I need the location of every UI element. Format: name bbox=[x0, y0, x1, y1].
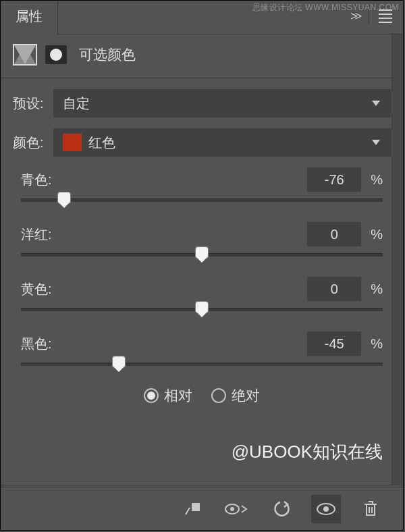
clip-icon[interactable] bbox=[178, 495, 207, 523]
radio-button bbox=[144, 388, 159, 403]
scrollbar[interactable] bbox=[392, 34, 402, 485]
svg-point-3 bbox=[323, 506, 329, 512]
preset-dropdown[interactable]: 自定 bbox=[53, 89, 391, 117]
radio-label: 绝对 bbox=[232, 386, 260, 405]
mask-icon[interactable] bbox=[45, 45, 67, 64]
watermark: 思缘设计论坛 WWW.MISSYUAN.COM bbox=[252, 2, 400, 14]
unit: % bbox=[371, 172, 383, 188]
yellow-thumb[interactable] bbox=[195, 301, 209, 313]
black-thumb[interactable] bbox=[112, 356, 126, 368]
color-value: 红色 bbox=[88, 134, 115, 152]
slider-yellow: 黄色: % bbox=[13, 277, 391, 311]
radio-button bbox=[211, 388, 226, 403]
visibility-icon[interactable] bbox=[311, 495, 341, 523]
magenta-input[interactable] bbox=[307, 222, 361, 246]
color-label: 颜色: bbox=[13, 134, 53, 152]
slider-magenta: 洋红: % bbox=[13, 222, 391, 257]
unit: % bbox=[371, 336, 383, 352]
svg-point-1 bbox=[230, 507, 234, 511]
unit: % bbox=[371, 227, 383, 242]
method-radio-group: 相对 绝对 bbox=[13, 386, 391, 405]
preset-value: 自定 bbox=[63, 95, 90, 113]
magenta-track[interactable] bbox=[21, 253, 383, 257]
cyan-input[interactable] bbox=[307, 167, 361, 192]
trash-icon[interactable] bbox=[356, 495, 385, 523]
magenta-thumb[interactable] bbox=[195, 246, 209, 259]
magenta-label: 洋红: bbox=[21, 225, 52, 244]
cyan-thumb[interactable] bbox=[57, 192, 71, 204]
black-input[interactable] bbox=[307, 331, 361, 356]
unit: % bbox=[371, 282, 383, 297]
credit-text: @UBOOK知识在线 bbox=[232, 440, 383, 464]
preset-label: 预设: bbox=[13, 95, 53, 113]
divider bbox=[1, 485, 403, 485]
radio-relative[interactable]: 相对 bbox=[144, 386, 192, 405]
radio-absolute[interactable]: 绝对 bbox=[211, 386, 260, 405]
color-swatch bbox=[63, 134, 82, 151]
slider-cyan: 青色: % bbox=[13, 167, 391, 202]
yellow-input[interactable] bbox=[307, 277, 361, 301]
adjustment-icon[interactable] bbox=[13, 44, 37, 65]
tab-properties[interactable]: 属性 bbox=[1, 1, 58, 35]
black-label: 黑色: bbox=[21, 335, 52, 353]
yellow-track[interactable] bbox=[21, 308, 383, 311]
panel-footer bbox=[1, 487, 403, 530]
slider-black: 黑色: % bbox=[13, 331, 391, 366]
radio-label: 相对 bbox=[164, 386, 192, 405]
view-previous-icon[interactable] bbox=[222, 495, 252, 523]
cyan-track[interactable] bbox=[21, 198, 383, 202]
reset-icon[interactable] bbox=[267, 495, 296, 523]
black-track[interactable] bbox=[21, 363, 383, 366]
cyan-label: 青色: bbox=[21, 171, 52, 189]
adjustment-subheader: 可选颜色 bbox=[1, 34, 403, 78]
color-dropdown[interactable]: 红色 bbox=[53, 128, 391, 157]
yellow-label: 黄色: bbox=[21, 280, 52, 298]
adjustment-title: 可选颜色 bbox=[79, 45, 136, 64]
